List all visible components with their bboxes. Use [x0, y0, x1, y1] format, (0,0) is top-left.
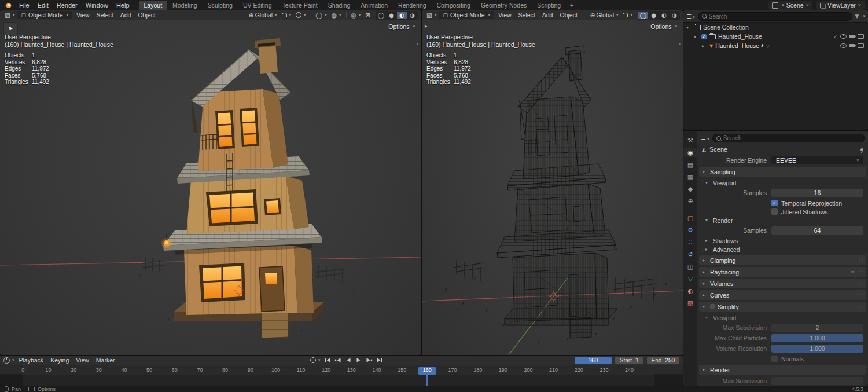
tab-modifiers[interactable]: ⚙: [684, 225, 697, 235]
properties-editor-icon[interactable]: ≡▾: [701, 134, 709, 142]
tab-tool[interactable]: ⚒: [684, 135, 697, 145]
expand-arrow-icon[interactable]: ▾: [686, 25, 692, 30]
section-sampling[interactable]: ▾Sampling ∷: [699, 167, 866, 177]
viewport-menu-item[interactable]: Select: [93, 12, 117, 19]
ruler-tick[interactable]: 50: [137, 367, 162, 373]
ruler-tick[interactable]: 230: [591, 367, 617, 373]
outliner-row-collection[interactable]: ▾ Haunted_House ✓: [683, 32, 868, 41]
shading-rendered-button[interactable]: ◑: [670, 12, 679, 19]
timeline-track[interactable]: [0, 375, 683, 386]
outliner-search[interactable]: [698, 12, 852, 21]
tab-particles[interactable]: ∷: [684, 237, 697, 247]
max-subdivision-field[interactable]: 2: [771, 324, 863, 332]
viewport-options-dropdown[interactable]: Options ▾: [650, 23, 677, 30]
snap-toggle[interactable]: ▾: [621, 13, 634, 17]
xray-toggle[interactable]: ⊠: [363, 12, 372, 19]
previous-keyframe-button[interactable]: [333, 357, 343, 364]
sidebar-toggle-arrow[interactable]: ‹: [417, 41, 419, 47]
shading-solid-button[interactable]: ●: [649, 12, 659, 19]
section-clamping[interactable]: ▸Clamping ∷: [699, 255, 866, 265]
shading-rendered-button[interactable]: ◑: [407, 12, 417, 19]
filter-icon[interactable]: ▼: [855, 13, 859, 19]
max-child-particles-slider[interactable]: 1.000: [771, 334, 863, 342]
tab-world[interactable]: ⊕: [684, 196, 697, 206]
tab-texture[interactable]: ▨: [684, 298, 697, 308]
proportional-edit-toggle[interactable]: ▾: [294, 12, 308, 18]
workspace-tab[interactable]: Shading: [323, 1, 356, 10]
ruler-tick[interactable]: 30: [86, 367, 112, 373]
workspace-tab[interactable]: Modeling: [167, 1, 203, 10]
playhead[interactable]: [426, 372, 428, 386]
pin-icon[interactable]: [860, 148, 863, 151]
ruler-tick[interactable]: 0: [10, 367, 36, 373]
properties-search-input[interactable]: [723, 135, 860, 141]
timeline-menu-item[interactable]: Marker: [93, 357, 119, 364]
timeline-menu-item[interactable]: View: [72, 357, 93, 364]
viewport-options-dropdown[interactable]: Options ▾: [388, 23, 415, 30]
camera-icon[interactable]: [849, 44, 855, 47]
topbar-menu-item[interactable]: Render: [53, 1, 82, 9]
transform-orientation-dropdown[interactable]: ⊕ Global ▾: [247, 12, 279, 19]
monitor-icon[interactable]: [858, 43, 864, 48]
timeline-menu-item[interactable]: Keying: [47, 357, 72, 364]
ruler-tick[interactable]: 60: [162, 367, 187, 373]
outliner-row-scene-collection[interactable]: ▾ Scene Collection: [683, 23, 868, 32]
tab-physics[interactable]: ↺: [684, 250, 697, 259]
ruler-tick[interactable]: 20: [61, 367, 86, 373]
render-max-subdivision-field[interactable]: [771, 377, 863, 385]
jump-to-start-button[interactable]: [323, 357, 332, 364]
scene-lights-toggle[interactable]: ◯▾: [314, 12, 329, 19]
section-simplify-render[interactable]: ▾Render ∷: [699, 365, 866, 375]
viewport-menu-item[interactable]: Add: [539, 12, 557, 19]
viewport-left-body[interactable]: Options ▾ User Perspective (160) Haunted…: [0, 20, 421, 355]
editor-type-button[interactable]: ▧▾: [3, 12, 16, 19]
outliner-row-object[interactable]: ▸ ▼ Haunted_House ▽: [683, 41, 868, 50]
workspace-tab[interactable]: Compositing: [432, 1, 476, 10]
ruler-tick[interactable]: 110: [288, 367, 314, 373]
section-volumes[interactable]: ▸Volumes ∷: [699, 279, 866, 288]
jittered-shadows-checkbox[interactable]: [771, 208, 778, 215]
viewport-right-body[interactable]: ▸ Options ▾ User Perspective (160) Haunt…: [422, 20, 683, 355]
ruler-tick[interactable]: 210: [541, 367, 567, 373]
workspace-tab[interactable]: Geometry Nodes: [476, 1, 532, 10]
ruler-tick[interactable]: 80: [212, 367, 238, 373]
mode-dropdown[interactable]: ▢ Object Mode ▾: [17, 11, 72, 19]
transform-orientation-dropdown[interactable]: ⊕ Global ▾: [589, 12, 620, 19]
expand-arrow-icon[interactable]: ▾: [694, 34, 699, 39]
toolbar-expand-arrow[interactable]: ▸: [425, 23, 428, 29]
scene-selector[interactable]: ▾ Scene ×: [768, 1, 812, 10]
chevron-down-icon[interactable]: ▾: [863, 14, 865, 19]
workspace-tab[interactable]: Texture Paint: [277, 1, 323, 10]
tab-view-layer[interactable]: ▦: [684, 172, 697, 182]
play-reverse-button[interactable]: [344, 357, 353, 364]
ruler-tick[interactable]: 100: [263, 367, 289, 373]
tab-object[interactable]: ▢: [684, 213, 697, 223]
current-frame-field[interactable]: 160: [575, 357, 612, 364]
mode-dropdown[interactable]: ▢ Object Mode ▾: [439, 11, 494, 19]
camera-icon[interactable]: [849, 35, 855, 38]
3d-scene-textured[interactable]: [0, 20, 421, 355]
workspace-tab[interactable]: UV Editing: [238, 1, 277, 10]
snap-toggle[interactable]: ▾: [280, 13, 293, 17]
ruler-tick[interactable]: 140: [364, 367, 389, 373]
subsection-advanced[interactable]: ▸Advanced: [697, 245, 868, 254]
tab-material[interactable]: ◐: [684, 286, 697, 296]
eye-icon[interactable]: [840, 34, 847, 39]
shading-material-button[interactable]: ◐: [659, 12, 669, 19]
render-engine-dropdown[interactable]: EEVEE ▾: [771, 156, 863, 164]
ruler-tick[interactable]: 130: [339, 367, 365, 373]
topbar-menu-item[interactable]: File: [15, 1, 34, 9]
section-simplify[interactable]: ▾ Simplify ∷: [699, 302, 866, 312]
viewport-menu-item[interactable]: View: [495, 12, 515, 19]
topbar-menu-item[interactable]: Help: [112, 1, 134, 9]
tab-constraints[interactable]: ◫: [684, 262, 697, 272]
blender-logo-icon[interactable]: [3, 2, 12, 9]
show-overlays-toggle[interactable]: ◎▾: [350, 12, 363, 19]
ruler-tick[interactable]: 10: [36, 367, 61, 373]
ruler-tick[interactable]: 240: [617, 367, 642, 373]
collection-exclude-checkbox[interactable]: [701, 34, 707, 39]
volume-resolution-slider[interactable]: 1.000: [771, 345, 863, 353]
section-raytracing[interactable]: ▸Raytracing ≡ ∷: [699, 267, 866, 277]
tab-object-data[interactable]: ▽: [684, 274, 697, 284]
chevron-down-icon[interactable]: ▾: [12, 358, 14, 362]
